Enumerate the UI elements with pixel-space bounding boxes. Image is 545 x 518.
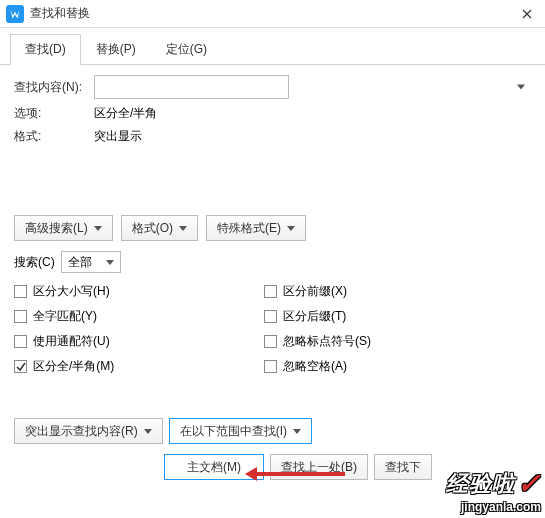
format-label: 格式:	[14, 128, 94, 145]
find-content-label: 查找内容(N):	[14, 79, 94, 96]
chevron-down-icon	[179, 226, 187, 231]
options-label: 选项:	[14, 105, 94, 122]
chevron-down-icon	[144, 429, 152, 434]
close-button[interactable]	[515, 2, 539, 26]
checkbox-whole-word[interactable]: 全字匹配(Y)	[14, 308, 264, 325]
chevron-down-icon	[94, 226, 102, 231]
chevron-down-icon	[517, 85, 525, 90]
checkbox-full-half-width[interactable]: 区分全/半角(M)	[14, 358, 264, 375]
options-value: 区分全/半角	[94, 105, 157, 122]
format-value: 突出显示	[94, 128, 142, 145]
advanced-search-button[interactable]: 高级搜索(L)	[14, 215, 113, 241]
chevron-down-icon	[293, 429, 301, 434]
checkbox-ignore-space[interactable]: 忽略空格(A)	[264, 358, 514, 375]
find-in-range-button[interactable]: 在以下范围中查找(I)	[169, 418, 312, 444]
search-scope-select[interactable]: 全部	[61, 251, 121, 273]
tab-replace[interactable]: 替换(P)	[81, 34, 151, 64]
checkbox-ignore-punct[interactable]: 忽略标点符号(S)	[264, 333, 514, 350]
find-prev-button[interactable]: 查找上一处(B)	[270, 454, 368, 480]
checkbox-wildcard[interactable]: 使用通配符(U)	[14, 333, 264, 350]
special-format-button[interactable]: 特殊格式(E)	[206, 215, 306, 241]
tab-find[interactable]: 查找(D)	[10, 34, 81, 65]
format-button[interactable]: 格式(O)	[121, 215, 198, 241]
main-document-button[interactable]: 主文档(M)	[164, 454, 264, 480]
chevron-down-icon	[106, 260, 114, 265]
app-icon	[6, 5, 24, 23]
tab-goto[interactable]: 定位(G)	[151, 34, 222, 64]
search-scope-label: 搜索(C)	[14, 254, 55, 271]
checkbox-case[interactable]: 区分大小写(H)	[14, 283, 264, 300]
checkbox-prefix[interactable]: 区分前缀(X)	[264, 283, 514, 300]
chevron-down-icon	[287, 226, 295, 231]
tab-bar: 查找(D) 替换(P) 定位(G)	[0, 28, 545, 65]
checkbox-suffix[interactable]: 区分后缀(T)	[264, 308, 514, 325]
highlight-results-button[interactable]: 突出显示查找内容(R)	[14, 418, 163, 444]
find-content-input[interactable]	[94, 75, 289, 99]
find-next-button[interactable]: 查找下	[374, 454, 432, 480]
window-title: 查找和替换	[30, 5, 515, 22]
